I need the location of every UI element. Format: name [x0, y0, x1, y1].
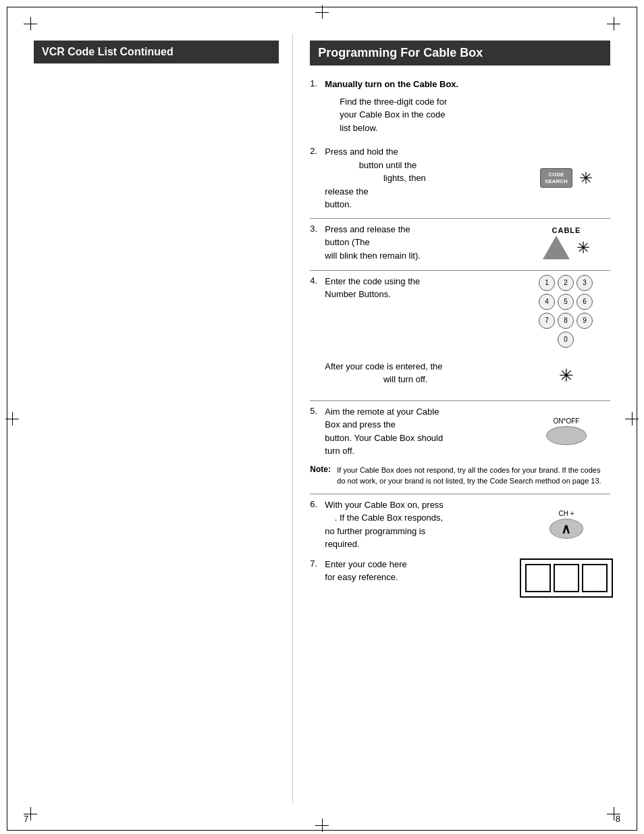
right-header-text: Programming For Cable Box: [318, 46, 483, 59]
step-3-text: Press and release the button (The will b…: [325, 223, 522, 263]
step-4-sub-row: After your code is entered, the will tur…: [310, 356, 610, 396]
step-3: 3. Press and release the button (The wil…: [310, 223, 610, 263]
divider-1: [310, 218, 610, 219]
step-2-content: Press and hold the button until the ligh…: [325, 145, 522, 211]
step-2-illus-row: CODE SEARCH ✳: [540, 168, 593, 188]
step-6: 6. With your Cable Box on, press . If th…: [310, 498, 610, 551]
step-4-sub-spacer: [310, 356, 325, 396]
note-label: Note:: [310, 465, 331, 474]
sunburst-icon-2: ✳: [576, 238, 590, 257]
ch-plus-button-image: ∧: [549, 519, 583, 539]
cable-label: CABLE: [552, 226, 581, 234]
numpad-4: 4: [539, 294, 555, 310]
numpad-6: 6: [576, 294, 593, 310]
numpad-5: 5: [558, 294, 574, 310]
on-off-illus: ON*OFF: [546, 417, 587, 445]
numpad: 1 2 3 4 5 6 7 8 9 0: [539, 275, 594, 349]
step-4-after-code: After your code is entered, the will tur…: [325, 360, 522, 386]
step-5-number: 5.: [310, 405, 325, 458]
divider-4: [310, 494, 610, 494]
left-column: VCR Code List Continued: [34, 34, 293, 804]
step-2: 2. Press and hold the button until the l…: [310, 145, 610, 211]
step-5-content: Aim the remote at your CableBox and pres…: [325, 405, 522, 458]
code-box-1[interactable]: [525, 564, 551, 592]
left-header: VCR Code List Continued: [34, 41, 279, 63]
crosshair-top-center: [315, 5, 329, 19]
code-box-2[interactable]: [554, 564, 579, 592]
crosshair-top-left: [24, 17, 37, 30]
crosshair-top-right: [607, 17, 620, 30]
step-5-illustration: ON*OFF: [522, 405, 610, 458]
step-6-illustration: CH + ∧: [522, 498, 610, 551]
page-right: 8: [616, 814, 620, 824]
numpad-8: 8: [558, 313, 574, 329]
step-7: 7. Enter your code herefor easy referenc…: [310, 558, 610, 598]
step-3-number: 3.: [310, 223, 325, 263]
step-7-text: Enter your code herefor easy reference.: [325, 558, 522, 584]
step-6-text: With your Cable Box on, press . If the C…: [325, 498, 522, 551]
cable-illus: CABLE ✳: [543, 226, 590, 259]
numpad-0: 0: [558, 332, 574, 348]
divider-3: [310, 400, 610, 401]
divider-2: [310, 270, 610, 271]
step-1: 1. Manually turn on the Cable Box. Find …: [310, 78, 610, 138]
step-1-content: Manually turn on the Cable Box. Find the…: [325, 78, 610, 138]
on-off-label: ON*OFF: [554, 417, 580, 425]
step-2-illustration: CODE SEARCH ✳: [522, 145, 610, 211]
step-7-illustration: [522, 558, 610, 598]
step-4: 4. Enter the code using theNumber Button…: [310, 275, 610, 349]
step-4-illustration: 1 2 3 4 5 6 7 8 9 0: [522, 275, 610, 349]
content-area: VCR Code List Continued Programming For …: [14, 14, 630, 824]
step-1-sub: Find the three-digit code foryour Cable …: [340, 95, 610, 135]
step-7-content: Enter your code herefor easy reference.: [325, 558, 522, 598]
step-4-number: 4.: [310, 275, 325, 349]
numpad-3: 3: [576, 275, 593, 291]
note-section: Note: If your Cable Box does not respond…: [310, 465, 610, 487]
step-4-text: Enter the code using theNumber Buttons.: [325, 275, 522, 301]
page-wrapper: VCR Code List Continued Programming For …: [0, 0, 644, 834]
step-2-number: 2.: [310, 145, 325, 211]
step-4-content: Enter the code using theNumber Buttons.: [325, 275, 522, 349]
code-search-button-image: CODE SEARCH: [540, 168, 572, 188]
on-off-button-image: [546, 426, 587, 445]
page-numbers: 7 8: [0, 814, 644, 824]
note-text: If your Cable Box does not respond, try …: [337, 465, 610, 487]
ch-plus-illus: CH + ∧: [549, 510, 583, 539]
cable-triangle-icon: [543, 236, 570, 259]
step-6-content: With your Cable Box on, press . If the C…: [325, 498, 522, 551]
code-box-3[interactable]: [582, 564, 608, 592]
page-left: 7: [24, 814, 28, 824]
code-entry-boxes: [520, 558, 613, 598]
left-header-text: VCR Code List Continued: [42, 46, 173, 57]
step-2-text: Press and hold the button until the ligh…: [325, 145, 522, 211]
step-3-illustration: CABLE ✳: [522, 223, 610, 263]
crosshair-left-center: [5, 412, 19, 425]
cable-row: ✳: [543, 236, 590, 259]
step-7-number: 7.: [310, 558, 325, 598]
numpad-9: 9: [576, 313, 593, 329]
step-5: 5. Aim the remote at your CableBox and p…: [310, 405, 610, 458]
crosshair-right-center: [625, 412, 639, 425]
sunburst-icon-1: ✳: [579, 169, 593, 188]
step-1-number: 1.: [310, 78, 325, 138]
right-header: Programming For Cable Box: [310, 41, 610, 66]
ch-plus-label: CH +: [558, 510, 574, 517]
step-6-number: 6.: [310, 498, 325, 551]
step-4-sub-text: After your code is entered, the will tur…: [325, 356, 522, 396]
step-1-main: Manually turn on the Cable Box.: [325, 78, 610, 91]
step-5-text: Aim the remote at your CableBox and pres…: [325, 405, 522, 458]
sunburst-icon-3: ✳: [559, 365, 574, 386]
right-column: Programming For Cable Box 1. Manually tu…: [293, 34, 610, 804]
step-4-sunburst: ✳: [522, 356, 610, 396]
numpad-7: 7: [539, 313, 555, 329]
step-3-content: Press and release the button (The will b…: [325, 223, 522, 263]
numpad-2: 2: [558, 275, 574, 291]
numpad-1: 1: [539, 275, 555, 291]
